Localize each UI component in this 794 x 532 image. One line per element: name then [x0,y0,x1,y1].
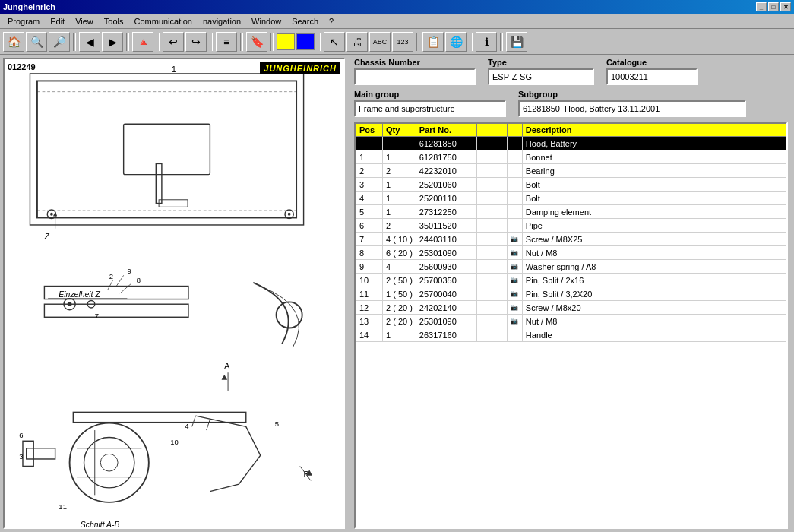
main-group-block: Main group Frame and superstructure [354,90,506,117]
table-row[interactable]: 10 2 ( 50 ) 25700350 📷 Pin, Split / 2x16 [356,274,786,287]
toolbar-search-button[interactable]: 🔎 [49,32,70,52]
type-label: Type [488,58,594,67]
svg-point-37 [100,454,118,471]
toolbar-cursor-button[interactable]: ↖ [324,32,345,52]
table-row[interactable]: 1 1 61281750 Bonnet [356,150,786,164]
cell-partno: 61281750 [416,150,476,164]
menu-search[interactable]: Search [287,15,323,27]
close-button[interactable]: ✕ [780,2,791,11]
toolbar-catalog-button[interactable]: 📋 [422,32,444,52]
table-row[interactable]: 5 1 27312250 Damping element [356,205,786,219]
type-block: Type ESP-Z-SG [488,58,594,85]
svg-text:A: A [224,363,229,371]
toolbar-sep-4 [210,33,213,51]
cell-description: Damping element [522,205,786,219]
menu-communication[interactable]: Communication [130,15,197,27]
type-value[interactable]: ESP-Z-SG [488,68,594,85]
toolbar-up-button[interactable]: 🔺 [132,32,153,52]
cell-icon [507,219,522,233]
toolbar-yellow-button[interactable] [277,33,295,50]
toolbar-redo-button[interactable]: ↪ [185,32,207,52]
cell-col2 [492,301,507,315]
toolbar-sep-6 [270,33,274,51]
cell-partno: 61281850 [416,137,476,150]
cell-icon: 📷 [507,301,522,315]
cell-qty: 2 [383,219,416,233]
cell-description: Pipe [522,219,786,233]
table-row[interactable]: 2 2 42232010 Bearing [356,164,786,178]
toolbar-bookmark-button[interactable]: 🔖 [246,32,267,52]
menu-help[interactable]: ? [324,15,338,27]
cell-col1 [476,315,492,328]
table-row[interactable]: 9 4 25600930 📷 Washer spring / A8 [356,260,786,274]
chassis-number-value[interactable] [354,68,476,85]
toolbar-save-button[interactable]: 💾 [506,32,527,52]
toolbar-back-button[interactable]: ◀ [79,32,100,52]
toolbar-print-button[interactable]: 🖨 [346,32,368,52]
svg-text:3: 3 [19,452,23,461]
header-description: Description [522,124,786,137]
cell-partno: 24403110 [416,233,476,246]
cell-qty: 4 ( 10 ) [383,233,416,246]
toolbar-globe-button[interactable]: 🌐 [445,32,467,52]
main-group-label: Main group [354,90,506,99]
table-row[interactable]: 11 1 ( 50 ) 25700040 📷 Pin, Split / 3,2X… [356,287,786,301]
cell-qty: 2 [383,164,416,178]
main-group-value[interactable]: Frame and superstructure [354,100,506,117]
cell-col1 [476,219,492,233]
menu-view[interactable]: View [71,15,98,27]
cell-description: Handle [522,328,786,342]
menu-window[interactable]: Window [247,15,286,27]
toolbar-undo-button[interactable]: ↩ [163,32,184,52]
table-row[interactable]: 7 4 ( 10 ) 24403110 📷 Screw / M8X25 [356,233,786,246]
svg-text:10: 10 [170,438,179,446]
toolbar-blue-button[interactable] [296,33,315,50]
table-row[interactable]: 13 2 ( 20 ) 25301090 📷 Nut / M8 [356,315,786,328]
menu-program[interactable]: Program [3,15,44,27]
table-row[interactable]: 14 1 26317160 Handle [356,328,786,342]
table-row[interactable]: 12 2 ( 20 ) 24202140 📷 Screw / M8x20 [356,301,786,315]
menu-navigation[interactable]: navigation [198,15,245,27]
toolbar-home-button[interactable]: 🏠 [3,32,24,52]
cell-pos: 12 [356,301,383,315]
cell-col2 [492,205,507,219]
toolbar-abc-button[interactable]: ABC [369,32,391,52]
cell-icon [507,178,522,192]
toolbar-zoom-in-button[interactable]: 🔍 [26,32,47,52]
table-row[interactable]: 61281850 Hood, Battery [356,137,786,150]
cell-qty: 1 [383,328,416,342]
toolbar-forward-button[interactable]: ▶ [102,32,123,52]
cell-pos [356,137,383,150]
table-row[interactable]: 6 2 35011520 Pipe [356,219,786,233]
table-row[interactable]: 8 6 ( 20 ) 25301090 📷 Nut / M8 [356,246,786,260]
cell-partno: 25700350 [416,274,476,287]
catalogue-label: Catalogue [606,58,698,67]
cell-col1 [476,233,492,246]
subgroup-value[interactable]: 61281850 Hood, Battery 13.11.2001 [518,100,746,117]
title-bar-text: Jungheinrich [3,2,55,11]
diagram-svg: 1 Z Einzelheit Z [5,59,343,527]
cell-qty: 2 ( 50 ) [383,274,416,287]
chassis-type-catalogue-group: Chassis Number Type ESP-Z-SG Catalogue 1… [354,58,788,85]
table-row[interactable]: 4 1 25200110 Bolt [356,192,786,205]
cell-description: Nut / M8 [522,315,786,328]
menu-tools[interactable]: Tools [100,15,128,27]
cell-pos: 4 [356,192,383,205]
table-header-row: Pos Qty Part No. Description [356,124,786,137]
parts-table-container[interactable]: Pos Qty Part No. Description 61281850 Ho… [354,122,788,529]
toolbar-sep-1 [73,33,76,51]
table-row[interactable]: 3 1 25201060 Bolt [356,178,786,192]
menu-edit[interactable]: Edit [46,15,69,27]
svg-rect-39 [23,441,33,466]
toolbar-list-button[interactable]: ≡ [216,32,237,52]
svg-marker-33 [222,375,228,380]
svg-rect-0 [30,74,303,225]
catalogue-value[interactable]: 10003211 [606,68,698,85]
cell-qty: 2 ( 20 ) [383,301,416,315]
toolbar-info-button[interactable]: ℹ [476,32,497,52]
minimize-button[interactable]: _ [756,2,767,11]
toolbar: 🏠 🔍 🔎 ◀ ▶ 🔺 ↩ ↪ ≡ 🔖 ↖ 🖨 ABC 123 📋 🌐 ℹ 💾 [0,29,794,55]
toolbar-123-button[interactable]: 123 [392,32,413,52]
maximize-button[interactable]: □ [768,2,779,11]
header-pos: Pos [356,124,383,137]
